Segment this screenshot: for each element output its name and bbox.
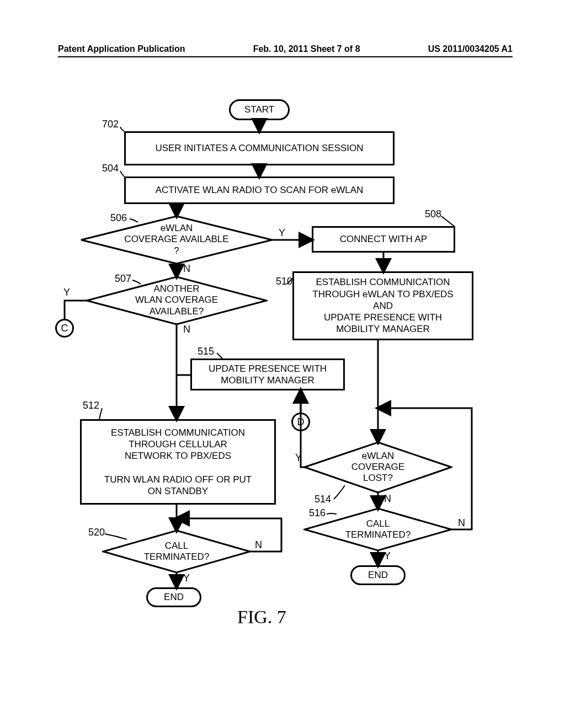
process-510-text: ESTABLISH COMMUNICATION THROUGH eWLAN TO… (312, 276, 453, 335)
ref-520: 520 (88, 527, 105, 538)
label-506-n: N (183, 263, 190, 275)
decision-514: eWLAN COVERAGE LOST? (303, 441, 452, 494)
ref-510: 510 (276, 276, 292, 287)
process-510: ESTABLISH COMMUNICATION THROUGH eWLAN TO… (292, 271, 473, 340)
ref-508: 508 (425, 208, 441, 220)
label-520-y: Y (183, 572, 190, 584)
connector-c: C (55, 319, 74, 338)
process-702-text: USER INITIATES A COMMUNICATION SESSION (155, 142, 363, 154)
header-right: US 2011/0034205 A1 (428, 44, 513, 54)
decision-516: CALL TERMINATED? (303, 507, 452, 552)
decision-507: ANOTHER WLAN COVERAGE AVAILABLE? (86, 276, 268, 325)
ref-516: 516 (309, 507, 326, 519)
process-512: ESTABLISH COMMUNICATION THROUGH CELLULAR… (80, 419, 276, 505)
ref-514: 514 (315, 494, 331, 505)
end-right-text: END (368, 569, 388, 581)
connector-d-text: D (297, 416, 305, 429)
header-left: Patent Application Publication (58, 44, 185, 54)
process-504-text: ACTIVATE WLAN RADIO TO SCAN FOR eWLAN (156, 184, 364, 196)
end-left-text: END (164, 591, 184, 603)
label-507-y: Y (63, 287, 70, 298)
header-center: Feb. 10, 2011 Sheet 7 of 8 (253, 44, 360, 54)
ref-512: 512 (83, 400, 99, 411)
process-515-text: UPDATE PRESENCE WITH MOBILITY MANAGER (209, 363, 327, 387)
connector-c-text: C (61, 322, 68, 335)
end-left: END (146, 587, 201, 607)
process-515: UPDATE PRESENCE WITH MOBILITY MANAGER (190, 358, 345, 390)
end-right: END (350, 565, 406, 585)
start-label: START (244, 104, 274, 115)
process-504: ACTIVATE WLAN RADIO TO SCAN FOR eWLAN (124, 176, 395, 204)
label-516-y: Y (384, 550, 391, 562)
ref-702: 702 (102, 119, 119, 130)
process-702: USER INITIATES A COMMUNICATION SESSION (124, 131, 395, 165)
decision-520-text: CALL TERMINATED? (144, 540, 210, 563)
decision-520: CALL TERMINATED? (102, 529, 251, 574)
figure-label: FIG. 7 (237, 607, 286, 628)
decision-514-text: eWLAN COVERAGE LOST? (351, 451, 404, 484)
label-506-y: Y (279, 227, 285, 239)
label-514-y: Y (295, 452, 302, 464)
decision-507-text: ANOTHER WLAN COVERAGE AVAILABLE? (135, 283, 218, 317)
process-512-text: ESTABLISH COMMUNICATION THROUGH CELLULAR… (104, 427, 252, 497)
start-terminator: START (229, 99, 290, 120)
process-508: CONNECT WITH AP (312, 226, 455, 253)
process-508-text: CONNECT WITH AP (340, 233, 427, 245)
connector-d: D (291, 413, 310, 431)
label-507-n: N (183, 324, 190, 335)
decision-506: eWLAN COVERAGE AVAILABLE ? (80, 215, 273, 265)
ref-504: 504 (102, 163, 119, 174)
page-header: Patent Application Publication Feb. 10, … (58, 44, 513, 57)
decision-506-text: eWLAN COVERAGE AVAILABLE ? (124, 223, 228, 256)
flowchart: START USER INITIATES A COMMUNICATION SES… (55, 88, 508, 673)
label-514-n: N (384, 493, 391, 505)
ref-506: 506 (110, 212, 127, 224)
ref-515: 515 (198, 346, 214, 357)
label-520-n: N (255, 539, 262, 551)
decision-516-text: CALL TERMINATED? (345, 518, 411, 541)
ref-507: 507 (115, 273, 131, 285)
label-516-n: N (458, 517, 465, 529)
